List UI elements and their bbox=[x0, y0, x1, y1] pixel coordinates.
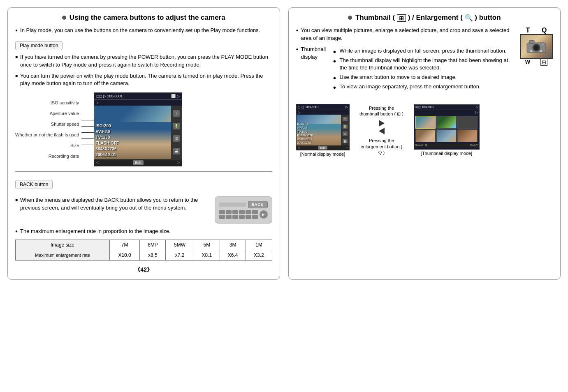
diagram-labels: ISO sensitivity Aperture value Shutter s… bbox=[15, 100, 81, 159]
back-bullet-item: When the menus are displayed the BACK bu… bbox=[15, 196, 208, 212]
play-bullets: If you have turned on the camera by pres… bbox=[15, 53, 272, 88]
thumb-img-2 bbox=[437, 116, 456, 128]
thumb-steps: While an image is displayed on full scre… bbox=[329, 47, 513, 92]
enlarge-text-item: The maximum enlargement rate in proporti… bbox=[15, 228, 272, 235]
intro-list: In Play mode, you can use the buttons on… bbox=[15, 27, 272, 35]
tq-camera-image: W ⊞ bbox=[520, 34, 553, 59]
dir-btn-2 bbox=[226, 210, 232, 214]
dir-btn-4 bbox=[239, 210, 245, 214]
right-section: Thumbnail ( ⊞ ) / Enlargement ( 🔍 ) butt… bbox=[288, 7, 561, 280]
dir-btn-6 bbox=[252, 210, 258, 214]
play-physical-button: ▶ bbox=[260, 210, 268, 219]
dir-btn-9 bbox=[232, 215, 238, 219]
thumb-img-3 bbox=[458, 116, 477, 128]
dir-btn-12 bbox=[252, 215, 258, 219]
step-1: While an image is displayed on full scre… bbox=[333, 47, 513, 55]
page-number: 《42》 bbox=[15, 266, 272, 274]
normal-screen-bottom: ◁ Edit ▷ bbox=[297, 145, 349, 150]
thumb-menu-icon: ☰ bbox=[343, 131, 348, 136]
back-btn-section: When the menus are displayed the BACK bu… bbox=[15, 196, 272, 224]
camera-svg: W ⊞ bbox=[526, 39, 547, 54]
camera-diagram: ISO sensitivity Aperture value Shutter s… bbox=[15, 92, 272, 166]
normal-display-container: ◻ ◻ 100-0001 ▷ ▷ ISO:200 AV:F2.8 TV:1/30… bbox=[296, 104, 350, 157]
title-dot bbox=[62, 16, 66, 20]
thumb-mode-container: ⊞ ◻ 100-0001 ▷ ▷ bbox=[414, 104, 480, 156]
thumb-img-4 bbox=[416, 130, 435, 142]
thumb-battery-icon: 🔋 bbox=[343, 125, 348, 129]
thumb-cell-4 bbox=[415, 129, 436, 142]
enlarge-circle-list: The maximum enlargement rate in proporti… bbox=[15, 228, 272, 235]
left-title-text: Using the camera buttons to adjust the c… bbox=[70, 14, 225, 22]
right-top-area: You can view multiple pictures, enlarge … bbox=[296, 27, 553, 99]
svg-text:⊞: ⊞ bbox=[540, 50, 542, 52]
thumb-cell-6 bbox=[457, 129, 478, 142]
arrow-left bbox=[379, 128, 385, 134]
thumb-cell-2 bbox=[436, 116, 457, 129]
dir-btn-5 bbox=[246, 210, 251, 214]
thumb-display-item: Thumbnail display While an image is disp… bbox=[296, 46, 514, 96]
thumb-cell-3 bbox=[457, 116, 478, 129]
thumb-diagram-row: ◻ ◻ 100-0001 ▷ ▷ ISO:200 AV:F2.8 TV:1/30… bbox=[296, 104, 553, 157]
thumb-grid bbox=[414, 115, 479, 143]
thumb-card-icon: 💾 bbox=[343, 139, 348, 143]
thumb-t-icon: T bbox=[343, 117, 348, 121]
dir-btn-1 bbox=[219, 210, 225, 214]
play-bullet-1: If you have turned on the camera by pres… bbox=[15, 53, 272, 69]
normal-screen-body: ISO:200 AV:F2.8 TV:1/30 FLASH:OFF 3648X2… bbox=[297, 115, 349, 145]
right-circle-list: You can view multiple pictures, enlarge … bbox=[296, 27, 514, 42]
svg-rect-3 bbox=[529, 40, 534, 44]
thumb-display-label: [Thumbnail display mode] bbox=[421, 151, 472, 156]
left-title: Using the camera buttons to adjust the c… bbox=[15, 14, 272, 22]
normal-screen-header: ◻ ◻ 100-0001 ▷ bbox=[297, 104, 349, 110]
cam-header: ◻◻ ▷ 100-0001 ⬜ ▷ bbox=[94, 93, 182, 100]
pressing-enlarge-label: Pressing the enlargement button ( Q ) bbox=[359, 138, 404, 155]
right-title: Thumbnail ( ⊞ ) / Enlargement ( 🔍 ) butt… bbox=[296, 14, 553, 22]
thumb-cell-5 bbox=[436, 129, 457, 142]
play-bullet-2: You can turn the power on with the play … bbox=[15, 72, 272, 88]
cam-card-icon: 💾 bbox=[173, 148, 180, 154]
section-divider-1 bbox=[15, 171, 272, 172]
cam-content: ISO:200 AV:F2.8 TV:1/30 FLASH:OFF 3648X2… bbox=[94, 106, 182, 159]
thumb-icon: ⊞ bbox=[397, 14, 406, 22]
normal-photo-area: ISO:200 AV:F2.8 TV:1/30 FLASH:OFF 3648X2… bbox=[297, 115, 341, 145]
thumb-mode-bottom: Select: ⊞ Full-T bbox=[414, 143, 479, 148]
arrow-right bbox=[379, 120, 385, 127]
cam-battery-icon: 🔋 bbox=[173, 123, 180, 129]
cam-data-overlay: ISO:200 AV:F2.8 TV:1/30 FLASH:OFF 3648X2… bbox=[95, 123, 119, 158]
back-physical-button: BACK bbox=[248, 201, 268, 208]
back-button-label: BACK button bbox=[15, 180, 53, 189]
thumb-cell-1 bbox=[415, 116, 436, 129]
thumb-img-1 bbox=[416, 116, 435, 128]
step-3: Use the smart button to move to a desire… bbox=[333, 74, 513, 81]
right-text-area: You can view multiple pictures, enlarge … bbox=[296, 27, 514, 99]
thumb-mode-header: ⊞ ◻ 100-0001 ▷ bbox=[414, 105, 479, 110]
enlargement-table: Image size 7M 6MP 5MW 5M 3M 1M Maximum e… bbox=[15, 240, 272, 261]
dir-btn-10 bbox=[239, 215, 245, 219]
enlarge-icon: 🔍 bbox=[465, 14, 473, 21]
back-text-area: When the menus are displayed the BACK bu… bbox=[15, 196, 208, 215]
dir-btn-8 bbox=[226, 215, 232, 219]
svg-text:W: W bbox=[530, 50, 532, 52]
step-4: To view an image separately, press the e… bbox=[333, 83, 513, 91]
tq-letters: T Q bbox=[520, 27, 553, 34]
pressing-thumb-label: Pressing the thumbnail button ( ⊞ ) bbox=[359, 105, 404, 117]
thumb-data-overlay: ISO:200 AV:F2.8 TV:1/30 FLASH:OFF 3648X2… bbox=[297, 122, 313, 145]
tq-bottom-row: W ⊞ bbox=[520, 59, 553, 66]
svg-rect-4 bbox=[542, 44, 544, 45]
pressing-section: Pressing the thumbnail button ( ⊞ ) Pres… bbox=[357, 105, 406, 155]
thumb-display-list: Thumbnail display While an image is disp… bbox=[296, 46, 514, 96]
camera-screen: ◻◻ ▷ 100-0001 ⬜ ▷ ▷ ISO:200 AV:F2.8 bbox=[94, 92, 182, 166]
dir-grid bbox=[219, 210, 258, 219]
intro-item: In Play mode, you can use the buttons on… bbox=[15, 27, 272, 35]
tq-visual: T Q W ⊞ bbox=[520, 27, 553, 66]
dir-btn-7 bbox=[219, 215, 225, 219]
arrow-both bbox=[379, 120, 385, 134]
dir-btn-11 bbox=[246, 215, 251, 219]
thumb-img-6 bbox=[458, 130, 477, 142]
back-top-row: BACK bbox=[219, 201, 268, 208]
play-mode-label: Play mode button bbox=[15, 41, 63, 50]
back-btn-diagram: BACK bbox=[215, 196, 272, 224]
left-section: Using the camera buttons to adjust the c… bbox=[7, 7, 280, 280]
thumb-img-5 bbox=[437, 130, 456, 142]
right-bullet-1: You can view multiple pictures, enlarge … bbox=[296, 27, 514, 42]
